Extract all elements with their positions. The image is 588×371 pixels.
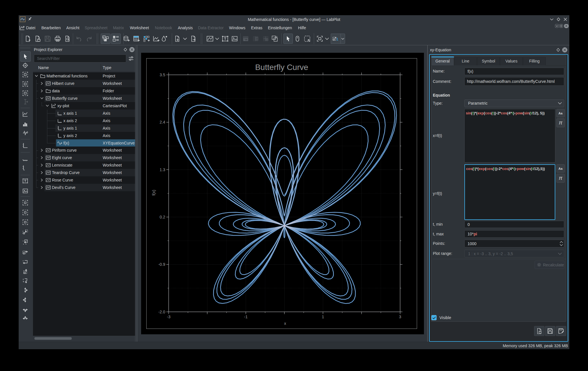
svg-text:0.2: 0.2: [160, 215, 166, 219]
svg-text:2.4: 2.4: [160, 120, 166, 124]
svg-text:1.3: 1.3: [160, 167, 166, 172]
svg-text:-2.0: -2.0: [158, 310, 165, 314]
svg-text:-0.9: -0.9: [158, 262, 165, 267]
svg-text:3: 3: [399, 315, 401, 319]
svg-text:1: 1: [336, 37, 338, 41]
svg-text:Butterfly Curve: Butterfly Curve: [255, 63, 308, 72]
svg-text:1: 1: [322, 315, 324, 319]
svg-text:-1: -1: [244, 315, 248, 319]
svg-text:x: x: [284, 321, 286, 326]
svg-text:f(x): f(x): [151, 190, 156, 196]
svg-text:-3: -3: [167, 315, 171, 319]
svg-text:3.5: 3.5: [160, 73, 166, 77]
